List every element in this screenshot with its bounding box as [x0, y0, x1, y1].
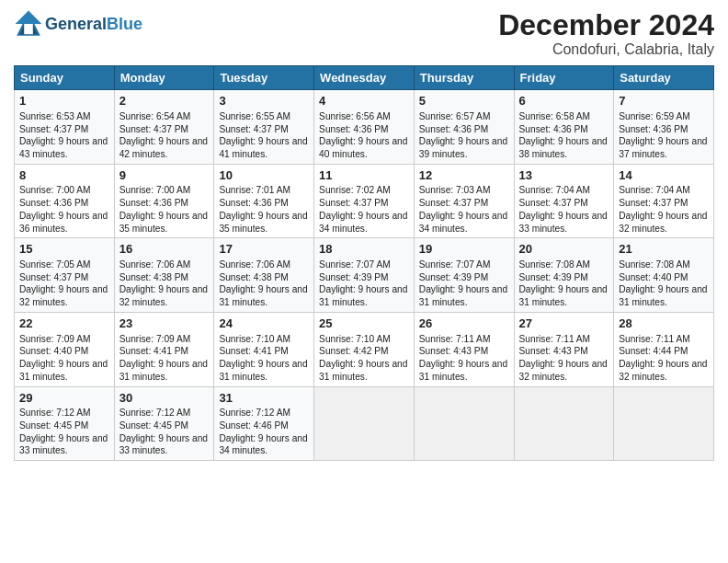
calendar-cell	[414, 386, 514, 461]
daylight-text: Daylight: 9 hours and 31 minutes.	[619, 283, 709, 309]
sunrise-text: Sunrise: 7:05 AM	[19, 259, 109, 271]
day-number: 24	[219, 316, 309, 332]
calendar-week-row: 29Sunrise: 7:12 AMSunset: 4:45 PMDayligh…	[15, 386, 714, 461]
sunrise-text: Sunrise: 6:54 AM	[119, 110, 210, 123]
calendar-week-row: 8Sunrise: 7:00 AMSunset: 4:36 PMDaylight…	[15, 164, 714, 238]
sunset-text: Sunset: 4:37 PM	[219, 123, 309, 136]
daylight-text: Daylight: 9 hours and 38 minutes.	[519, 135, 609, 161]
day-number: 29	[19, 390, 109, 407]
day-number: 23	[119, 316, 210, 332]
calendar-cell: 18Sunrise: 7:07 AMSunset: 4:39 PMDayligh…	[314, 238, 415, 313]
sunset-text: Sunset: 4:39 PM	[419, 271, 509, 284]
logo-icon	[14, 9, 43, 39]
day-number: 19	[419, 241, 509, 258]
calendar-week-row: 22Sunrise: 7:09 AMSunset: 4:40 PMDayligh…	[15, 313, 714, 387]
daylight-text: Daylight: 9 hours and 34 minutes.	[319, 210, 409, 236]
daylight-text: Daylight: 9 hours and 41 minutes.	[219, 135, 309, 161]
daylight-text: Daylight: 9 hours and 31 minutes.	[519, 283, 609, 309]
daylight-text: Daylight: 9 hours and 31 minutes.	[119, 358, 210, 384]
sunrise-text: Sunrise: 7:01 AM	[219, 184, 309, 197]
daylight-text: Daylight: 9 hours and 35 minutes.	[119, 210, 210, 236]
daylight-text: Daylight: 9 hours and 31 minutes.	[319, 283, 409, 309]
header: GeneralBlue December 2024 Condofuri, Cal…	[14, 9, 714, 58]
sunrise-text: Sunrise: 6:58 AM	[519, 110, 609, 123]
daylight-text: Daylight: 9 hours and 32 minutes.	[519, 358, 609, 384]
day-number: 16	[119, 241, 210, 258]
title-block: December 2024 Condofuri, Calabria, Italy	[498, 9, 714, 58]
sunset-text: Sunset: 4:41 PM	[119, 345, 210, 358]
calendar-cell: 17Sunrise: 7:06 AMSunset: 4:38 PMDayligh…	[214, 238, 314, 313]
sunrise-text: Sunrise: 7:11 AM	[419, 333, 509, 346]
sunrise-text: Sunrise: 7:11 AM	[619, 333, 709, 346]
sunset-text: Sunset: 4:36 PM	[119, 197, 210, 210]
day-number: 18	[319, 241, 409, 258]
logo-blue-text: Blue	[107, 15, 142, 33]
sunrise-text: Sunrise: 7:12 AM	[219, 407, 309, 419]
sunset-text: Sunset: 4:37 PM	[19, 271, 109, 284]
sunset-text: Sunset: 4:37 PM	[419, 197, 509, 210]
col-header-friday: Friday	[514, 66, 614, 90]
sunset-text: Sunset: 4:36 PM	[319, 123, 409, 136]
svg-rect-2	[24, 24, 33, 34]
daylight-text: Daylight: 9 hours and 35 minutes.	[219, 210, 309, 236]
sunrise-text: Sunrise: 7:11 AM	[519, 333, 609, 346]
daylight-text: Daylight: 9 hours and 32 minutes.	[619, 210, 709, 236]
calendar-cell: 26Sunrise: 7:11 AMSunset: 4:43 PMDayligh…	[414, 313, 514, 387]
day-number: 14	[619, 167, 709, 184]
day-number: 6	[519, 93, 609, 109]
day-number: 28	[619, 316, 709, 332]
sunrise-text: Sunrise: 7:04 AM	[519, 184, 609, 197]
sunset-text: Sunset: 4:45 PM	[19, 419, 109, 432]
sunset-text: Sunset: 4:37 PM	[619, 197, 709, 210]
logo: GeneralBlue	[14, 9, 142, 39]
daylight-text: Daylight: 9 hours and 36 minutes.	[19, 210, 109, 236]
calendar-week-row: 15Sunrise: 7:05 AMSunset: 4:37 PMDayligh…	[15, 238, 714, 313]
sunrise-text: Sunrise: 6:59 AM	[619, 110, 709, 123]
sunrise-text: Sunrise: 6:53 AM	[19, 110, 109, 123]
day-number: 13	[519, 167, 609, 184]
sunset-text: Sunset: 4:37 PM	[119, 123, 210, 136]
sunset-text: Sunset: 4:43 PM	[419, 345, 509, 358]
daylight-text: Daylight: 9 hours and 31 minutes.	[319, 358, 409, 384]
sunrise-text: Sunrise: 7:10 AM	[219, 333, 309, 346]
calendar-cell: 23Sunrise: 7:09 AMSunset: 4:41 PMDayligh…	[114, 313, 214, 387]
sunrise-text: Sunrise: 7:02 AM	[319, 184, 409, 197]
sunrise-text: Sunrise: 7:09 AM	[119, 333, 210, 346]
daylight-text: Daylight: 9 hours and 33 minutes.	[119, 432, 210, 458]
sunrise-text: Sunrise: 7:07 AM	[319, 259, 409, 271]
calendar-cell: 14Sunrise: 7:04 AMSunset: 4:37 PMDayligh…	[614, 164, 714, 238]
sunrise-text: Sunrise: 7:12 AM	[19, 407, 109, 419]
day-number: 3	[219, 93, 309, 109]
svg-marker-3	[16, 11, 42, 24]
calendar-cell: 21Sunrise: 7:08 AMSunset: 4:40 PMDayligh…	[614, 238, 714, 313]
sunset-text: Sunset: 4:36 PM	[519, 123, 609, 136]
calendar-cell: 10Sunrise: 7:01 AMSunset: 4:36 PMDayligh…	[214, 164, 314, 238]
calendar-cell: 1Sunrise: 6:53 AMSunset: 4:37 PMDaylight…	[15, 90, 115, 165]
sunrise-text: Sunrise: 7:07 AM	[419, 259, 509, 271]
sunrise-text: Sunrise: 6:55 AM	[219, 110, 309, 123]
daylight-text: Daylight: 9 hours and 31 minutes.	[19, 358, 109, 384]
daylight-text: Daylight: 9 hours and 32 minutes.	[119, 283, 210, 309]
daylight-text: Daylight: 9 hours and 31 minutes.	[219, 358, 309, 384]
daylight-text: Daylight: 9 hours and 42 minutes.	[119, 135, 210, 161]
day-number: 12	[419, 167, 509, 184]
sunrise-text: Sunrise: 7:03 AM	[419, 184, 509, 197]
sunrise-text: Sunrise: 7:04 AM	[619, 184, 709, 197]
calendar-cell: 12Sunrise: 7:03 AMSunset: 4:37 PMDayligh…	[414, 164, 514, 238]
daylight-text: Daylight: 9 hours and 34 minutes.	[219, 432, 309, 458]
calendar-cell: 25Sunrise: 7:10 AMSunset: 4:42 PMDayligh…	[314, 313, 415, 387]
sunset-text: Sunset: 4:36 PM	[619, 123, 709, 136]
page-title: December 2024	[498, 9, 714, 41]
calendar-table: SundayMondayTuesdayWednesdayThursdayFrid…	[14, 65, 714, 461]
sunset-text: Sunset: 4:36 PM	[419, 123, 509, 136]
day-number: 4	[319, 93, 409, 109]
day-number: 1	[19, 93, 109, 109]
day-number: 2	[119, 93, 210, 109]
calendar-cell: 5Sunrise: 6:57 AMSunset: 4:36 PMDaylight…	[414, 90, 514, 165]
calendar-cell: 20Sunrise: 7:08 AMSunset: 4:39 PMDayligh…	[514, 238, 614, 313]
col-header-saturday: Saturday	[614, 66, 714, 90]
day-number: 25	[319, 316, 409, 332]
sunset-text: Sunset: 4:40 PM	[619, 271, 709, 284]
daylight-text: Daylight: 9 hours and 39 minutes.	[419, 135, 509, 161]
calendar-cell: 19Sunrise: 7:07 AMSunset: 4:39 PMDayligh…	[414, 238, 514, 313]
